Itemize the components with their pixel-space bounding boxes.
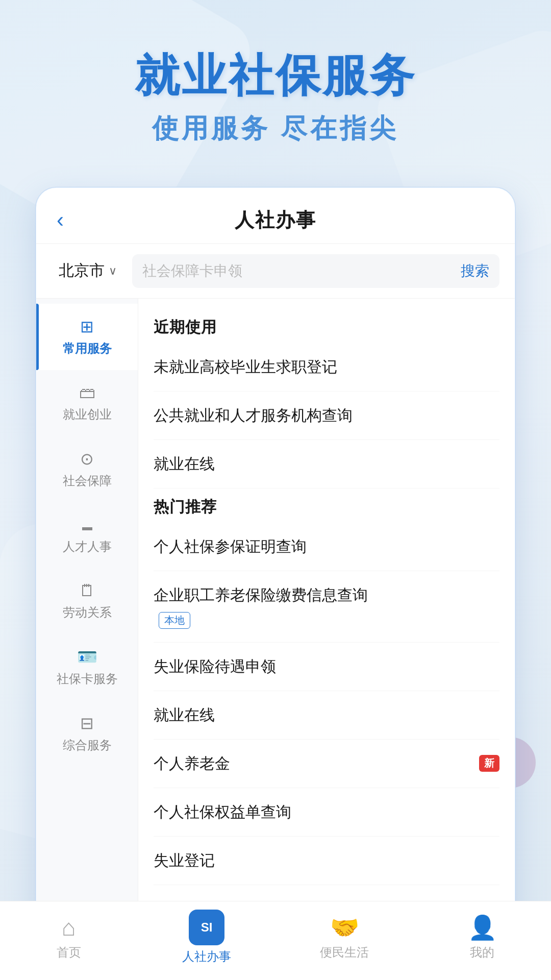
city-name: 北京市	[59, 260, 105, 281]
menu-item-text: 未就业高校毕业生求职登记	[154, 356, 337, 378]
list-item[interactable]: 企业职工养老保险缴费信息查询 本地	[154, 571, 499, 643]
nav-item-home[interactable]: ⌂ 首页	[28, 914, 110, 961]
sidebar-item-common[interactable]: ⊞ 常用服务	[36, 304, 138, 370]
recent-section-header: 近期使用	[154, 309, 499, 343]
sidebar-item-card[interactable]: 🪪 社保卡服务	[36, 634, 138, 700]
home-icon: ⌂	[62, 914, 76, 941]
menu-item-text: 就业在线	[154, 453, 215, 475]
sidebar-item-talent[interactable]: 🗕 人才人事	[36, 502, 138, 568]
menu-item-text: 就业在线	[154, 704, 215, 726]
sidebar-item-employment[interactable]: 🗃 就业创业	[36, 370, 138, 436]
briefcase-icon: 🗃	[79, 383, 95, 402]
hero-title: 就业社保服务	[31, 51, 520, 101]
list-item[interactable]: 失业登记	[154, 837, 499, 885]
sidebar-label-general: 综合服务	[63, 737, 112, 753]
search-input-wrap[interactable]: 社会保障卡申领 搜索	[132, 254, 499, 288]
general-icon: ⊟	[80, 714, 94, 733]
local-tag: 本地	[159, 612, 190, 629]
rshr-badge: SI	[189, 910, 224, 945]
bottom-nav: ⌂ 首页 SI 人社办事 🤝 便民生活 👤 我的	[0, 901, 551, 980]
chevron-down-icon: ∨	[109, 264, 117, 278]
search-placeholder: 社会保障卡申领	[142, 261, 455, 281]
list-item[interactable]: 个人社保参保证明查询	[154, 523, 499, 571]
person-icon: 🗕	[79, 516, 95, 534]
menu-item-text: 个人社保参保证明查询	[154, 536, 307, 557]
city-selector[interactable]: 北京市 ∨	[52, 255, 124, 286]
menu-item-tags: 本地	[154, 612, 368, 629]
nav-label-mine: 我的	[470, 944, 494, 961]
new-badge: 新	[479, 755, 499, 772]
list-item[interactable]: 公共就业和人才服务机构查询	[154, 391, 499, 440]
main-content: ⊞ 常用服务 🗃 就业创业 ⊙ 社会保障 🗕 人才人事 🗒 劳动关系 🪪 社	[36, 299, 515, 980]
sidebar-item-general[interactable]: ⊟ 综合服务	[36, 700, 138, 767]
nav-label-rshr: 人社办事	[182, 948, 231, 965]
sidebar: ⊞ 常用服务 🗃 就业创业 ⊙ 社会保障 🗕 人才人事 🗒 劳动关系 🪪 社	[36, 299, 138, 980]
labor-icon: 🗒	[79, 581, 95, 600]
sidebar-label-social: 社会保障	[63, 473, 112, 489]
menu-item-text: 失业保险待遇申领	[154, 656, 276, 677]
list-item[interactable]: 个人社保权益单查询	[154, 788, 499, 837]
list-item[interactable]: 就业在线	[154, 440, 499, 488]
sidebar-label-employment: 就业创业	[63, 406, 112, 423]
sidebar-label-talent: 人才人事	[63, 538, 112, 555]
sidebar-label-card: 社保卡服务	[57, 671, 118, 687]
sidebar-label-common: 常用服务	[63, 340, 112, 357]
hero-subtitle: 使用服务 尽在指尖	[31, 111, 520, 146]
menu-item-text: 个人养老金	[154, 753, 230, 774]
nav-item-rshr[interactable]: SI 人社办事	[166, 910, 247, 965]
shield-icon: ⊙	[80, 449, 94, 469]
nav-label-life: 便民生活	[320, 944, 369, 961]
page-title: 人社办事	[235, 207, 316, 233]
list-item[interactable]: 未就业高校毕业生求职登记	[154, 343, 499, 391]
content-area: 近期使用 未就业高校毕业生求职登记 公共就业和人才服务机构查询 就业在线 热门推…	[138, 299, 515, 980]
list-item[interactable]: 个人养老金 新	[154, 740, 499, 788]
sidebar-item-social[interactable]: ⊙ 社会保障	[36, 436, 138, 502]
list-item[interactable]: 失业保险待遇申领	[154, 643, 499, 691]
nav-item-mine[interactable]: 👤 我的	[441, 914, 523, 961]
hot-section-header: 热门推荐	[154, 488, 499, 523]
app-card: ‹ 人社办事 北京市 ∨ 社会保障卡申领 搜索 ⊞ 常用服务 🗃 就业创业 ⊙	[36, 187, 515, 980]
nav-item-life[interactable]: 🤝 便民生活	[304, 914, 385, 961]
menu-item-text: 个人社保权益单查询	[154, 801, 291, 823]
nav-label-home: 首页	[57, 944, 81, 961]
sidebar-label-labor: 劳动关系	[63, 604, 112, 621]
menu-item-right: 新	[479, 755, 499, 772]
person-nav-icon: 👤	[468, 914, 497, 941]
grid-icon: ⊞	[80, 317, 94, 336]
menu-item-text: 公共就业和人才服务机构查询	[154, 405, 353, 426]
search-button[interactable]: 搜索	[461, 261, 489, 281]
menu-item-inner: 企业职工养老保险缴费信息查询 本地	[154, 584, 368, 629]
handshake-icon: 🤝	[330, 914, 359, 941]
card-header: ‹ 人社办事	[36, 188, 515, 244]
back-button[interactable]: ‹	[57, 208, 64, 232]
hero-section: 就业社保服务 使用服务 尽在指尖	[0, 0, 551, 177]
search-bar: 北京市 ∨ 社会保障卡申领 搜索	[36, 244, 515, 299]
menu-item-text: 企业职工养老保险缴费信息查询	[154, 584, 368, 606]
sidebar-item-labor[interactable]: 🗒 劳动关系	[36, 568, 138, 634]
list-item[interactable]: 就业在线	[154, 691, 499, 740]
menu-item-text: 失业登记	[154, 850, 215, 871]
card-icon: 🪪	[77, 647, 97, 667]
